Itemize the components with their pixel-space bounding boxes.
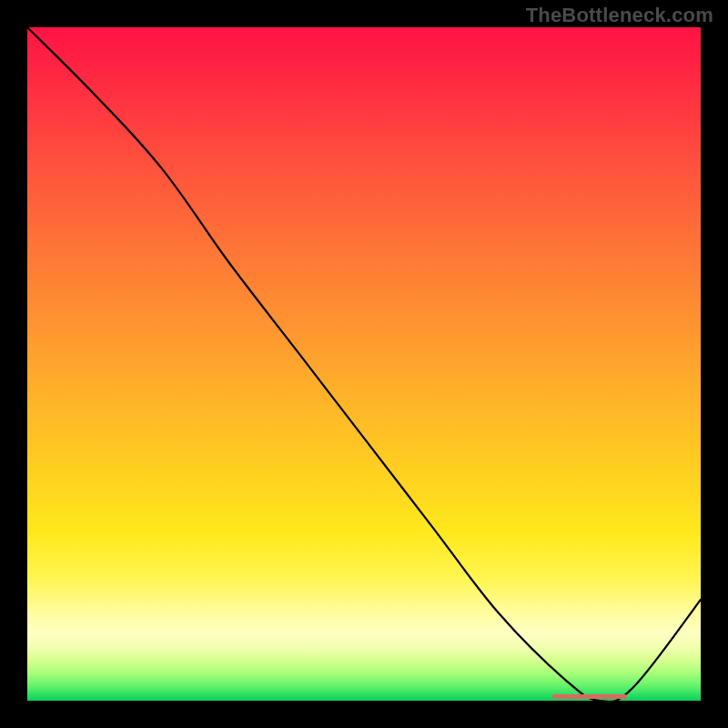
chart-frame: TheBottleneck.com bbox=[0, 0, 728, 728]
optimal-zone-marker bbox=[552, 694, 626, 699]
bottleneck-curve bbox=[27, 27, 701, 701]
watermark-text: TheBottleneck.com bbox=[526, 4, 713, 27]
plot-area bbox=[27, 27, 701, 701]
